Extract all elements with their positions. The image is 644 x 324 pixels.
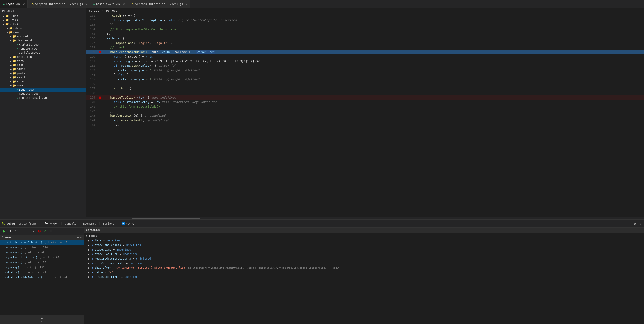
var-smsSendBtn: ■ ⊞ state.smsSendBtn = undefined bbox=[84, 243, 644, 247]
expand-icon[interactable]: ⤢ bbox=[639, 221, 642, 226]
tab-debugger[interactable]: Debugger bbox=[42, 222, 62, 226]
expand-arrow: ▶ bbox=[9, 56, 13, 58]
tab-scripts[interactable]: Scripts bbox=[100, 222, 118, 225]
sidebar-item-register-vue[interactable]: ▶ ◈ Register.vue bbox=[0, 92, 86, 96]
line-154: 154 // this.requiredTwoStepCaptcha = tru… bbox=[86, 27, 644, 32]
editor-content[interactable]: 151 .catch(() => { 152 this.requiredTwoS… bbox=[86, 14, 644, 217]
line-161: 161 const regex = /^([a-zA-Z0-9_-])+@([a… bbox=[86, 59, 644, 64]
var-value: SyntaxError: missing ) after argument li… bbox=[116, 266, 185, 269]
item-label: dashboard bbox=[17, 39, 32, 42]
sidebar-item-account[interactable]: ▶ 📁 account bbox=[0, 34, 86, 39]
frame-item-6[interactable]: ▶ validate() , index.js:141 bbox=[0, 270, 84, 275]
scroll-up-btn[interactable]: ▲ bbox=[40, 316, 44, 319]
sidebar-item-form[interactable]: ▶ 📁 form bbox=[0, 59, 86, 63]
tab-console[interactable]: Console bbox=[62, 222, 80, 225]
var-expand-icon: ■ bbox=[88, 239, 91, 242]
close-icon[interactable]: × bbox=[23, 2, 25, 6]
restart-btn[interactable]: ↺ bbox=[43, 229, 48, 233]
sidebar-item-register-result-vue[interactable]: ▶ ◈ RegisterResult.vue bbox=[0, 96, 86, 100]
frame-item-3[interactable]: ▶ asyncParallelArray() , util.js:97 bbox=[0, 255, 84, 260]
deactivate-btn[interactable]: ⊘ bbox=[37, 228, 42, 234]
var-name: stepCaptchaVisible bbox=[95, 262, 124, 265]
var-eq: = bbox=[113, 248, 114, 251]
sidebar-item-demo[interactable]: ▼ 📂 demo bbox=[0, 30, 86, 34]
tab-label: Console bbox=[65, 222, 76, 225]
frames-filter-icon[interactable]: ⊞ bbox=[78, 236, 79, 239]
var-expand-icon: ■ bbox=[88, 244, 91, 246]
bottom-content: ▶ ⏸ ↷ ↓ ↑ → ⊘ ↺ ⠿ Frames ⊞ ⚙ bbox=[0, 228, 644, 324]
breadcrumb: script › methods bbox=[86, 8, 644, 14]
async-label: Async bbox=[126, 222, 134, 225]
pause-btn[interactable]: ⏸ bbox=[8, 229, 13, 233]
horizontal-scrollbar[interactable] bbox=[86, 217, 644, 219]
frame-loc: , util.js:98 bbox=[25, 251, 45, 254]
vue-file-icon: ◈ bbox=[16, 88, 18, 91]
breakpoint-icon[interactable] bbox=[99, 96, 101, 99]
scroll-controls: ▲ ▼ bbox=[0, 315, 84, 324]
frame-item-4[interactable]: ▶ anonymous() , util.js:156 bbox=[0, 260, 84, 265]
bottom-panel: 🐛 Debug brace-front Debugger Console Ele… bbox=[0, 219, 644, 324]
frames-settings-icon[interactable]: ⚙ bbox=[80, 236, 82, 239]
sidebar-item-admin[interactable]: ▶ 📁 admin bbox=[0, 26, 86, 30]
sidebar-item-user[interactable]: ▼ 📂 user bbox=[0, 83, 86, 88]
sidebar-item-dashboard[interactable]: ▼ 📂 dashboard bbox=[0, 39, 86, 43]
sidebar-item-utils[interactable]: ▶ 📁 utils bbox=[0, 18, 86, 22]
line-163: 163 state.loginType = 0state.loginType: … bbox=[86, 68, 644, 73]
error-location: at VueComponent.handleUsernameOrEmail (w… bbox=[188, 266, 338, 269]
frame-item-1[interactable]: ▶ anonymous() , index.js:216 bbox=[0, 245, 84, 250]
var-this: ■ ⊞ this = undefined bbox=[84, 238, 644, 243]
breakpoint-icon[interactable] bbox=[99, 51, 101, 53]
line-157: 157 ...mapActions(['Login', 'Logout']), bbox=[86, 41, 644, 45]
line-159: 159 handleUsernameOrEmail (rule, value, … bbox=[86, 50, 644, 54]
tab-label: webpack-internal:/.../menu.js bbox=[36, 3, 83, 6]
step-into-btn[interactable]: ↓ bbox=[20, 229, 24, 234]
sidebar-item-monitor[interactable]: ▶ ◈ Monitor.vue bbox=[0, 47, 86, 51]
sidebar-item-role[interactable]: ▶ 📁 role bbox=[0, 79, 86, 83]
frame-name: validate() bbox=[4, 271, 21, 274]
sidebar-item-profile[interactable]: ▶ 📁 profile bbox=[0, 71, 86, 75]
close-icon[interactable]: × bbox=[85, 2, 87, 6]
line-175: 175 ... bbox=[86, 123, 644, 127]
tabs-bar: ◈ Login.vue × JS webpack-internal:/.../m… bbox=[0, 0, 644, 8]
tab-webpack-menu1[interactable]: JS webpack-internal:/.../menu.js × bbox=[28, 0, 90, 8]
var-value: undefined bbox=[124, 275, 139, 278]
frame-item-2[interactable]: ▶ anonymous() , util.js:98 bbox=[0, 250, 84, 255]
sidebar-item-store[interactable]: ▶ 📁 store bbox=[0, 14, 86, 18]
frame-item-7[interactable]: ▶ validateFieldsInternal() , createBaseF… bbox=[0, 275, 84, 280]
scroll-down-btn[interactable]: ▼ bbox=[40, 319, 44, 323]
tab-basic-layout[interactable]: ◈ BasicLayout.vue × bbox=[90, 0, 128, 8]
async-checkbox[interactable] bbox=[122, 222, 125, 225]
sidebar-item-login-vue[interactable]: ▶ ◈ Login.vue bbox=[0, 88, 86, 92]
expand-arrow: ▼ bbox=[9, 84, 13, 87]
vars-title: Variables bbox=[86, 228, 101, 232]
tab-label: Scripts bbox=[103, 222, 114, 225]
sidebar-item-views[interactable]: ▼ 📂 views bbox=[0, 22, 86, 26]
tab-login-vue[interactable]: ◈ Login.vue × bbox=[0, 0, 28, 8]
resume-btn[interactable]: ▶ bbox=[2, 228, 6, 234]
var-group-local[interactable]: ▼ Local bbox=[84, 234, 644, 238]
tab-webpack-menu2[interactable]: JS webpack-internal:/.../menu.js × bbox=[128, 0, 190, 8]
tab-elements[interactable]: Elements bbox=[80, 222, 100, 225]
sidebar-item-workplace[interactable]: ▶ ◈ Workplace.vue bbox=[0, 51, 86, 55]
step-over-btn[interactable]: ↷ bbox=[14, 228, 19, 234]
var-eq: = bbox=[113, 266, 114, 269]
sidebar-item-list[interactable]: ▶ 📁 list bbox=[0, 63, 86, 67]
sidebar-item-result[interactable]: ▶ 📁 result bbox=[0, 75, 86, 79]
settings-icon[interactable]: ⚙ bbox=[634, 221, 636, 226]
var-icon: ⊞ bbox=[92, 253, 94, 256]
step-out-btn[interactable]: ↑ bbox=[25, 229, 29, 234]
frame-item-5[interactable]: ▶ asyncMap() , util.js:151 bbox=[0, 265, 84, 270]
var-value: undefined bbox=[126, 243, 141, 247]
var-eq: = bbox=[121, 275, 123, 278]
async-checkbox-area[interactable]: Async bbox=[122, 222, 134, 225]
sidebar-item-analysis[interactable]: ▶ ◈ Analysis.vue bbox=[0, 43, 86, 47]
close-icon[interactable]: × bbox=[123, 2, 125, 6]
scroll-thumb[interactable] bbox=[132, 218, 200, 219]
group-label: Local bbox=[89, 234, 97, 238]
close-icon[interactable]: × bbox=[186, 2, 187, 6]
var-eq: = bbox=[103, 239, 105, 242]
frame-item-0[interactable]: ▶ handleUsernameOrEmail() , Login.vue:15 bbox=[0, 240, 84, 245]
sidebar-item-exception[interactable]: ▶ 📁 exception bbox=[0, 55, 86, 59]
step-btn[interactable]: → bbox=[30, 229, 36, 234]
sidebar-item-other[interactable]: ▶ 📁 other bbox=[0, 67, 86, 71]
